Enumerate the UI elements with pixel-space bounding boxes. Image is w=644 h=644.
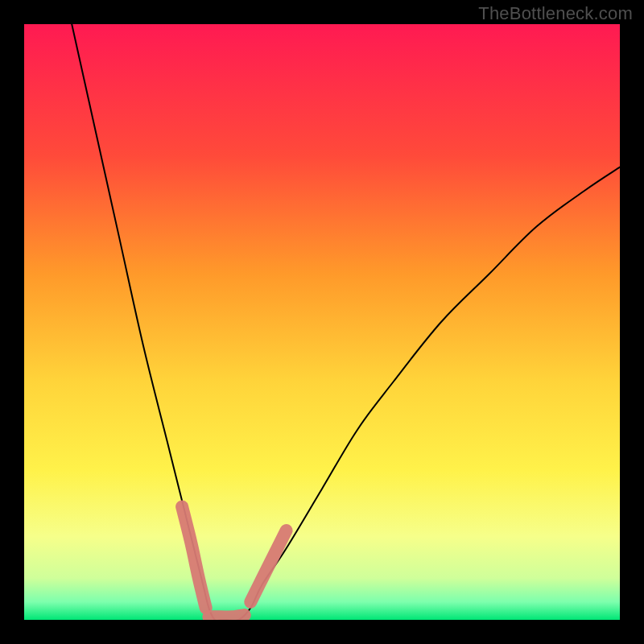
watermark-text: TheBottleneck.com bbox=[478, 3, 633, 24]
highlight-valley-floor bbox=[208, 615, 244, 617]
plot-area bbox=[24, 24, 620, 620]
chart-frame: TheBottleneck.com bbox=[0, 0, 644, 644]
plot-svg bbox=[24, 24, 620, 620]
gradient-bg bbox=[24, 24, 620, 620]
